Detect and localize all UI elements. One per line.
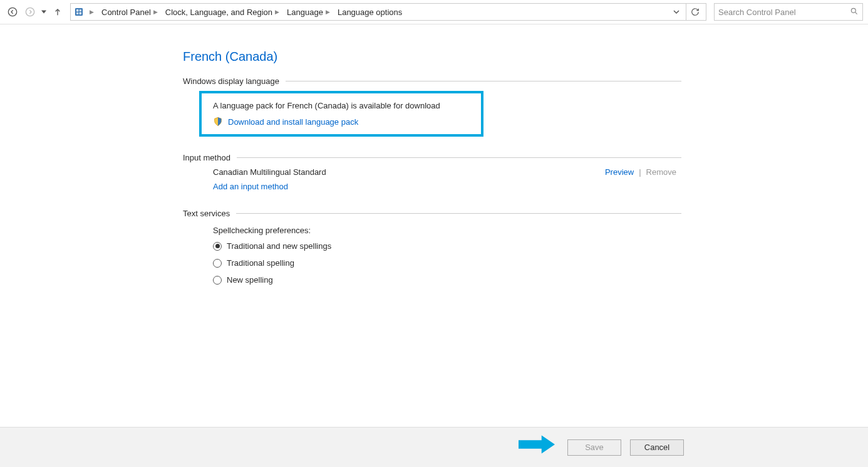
add-input-method-link[interactable]: Add an input method	[213, 182, 681, 191]
breadcrumb-control-panel[interactable]: Control Panel ▶	[99, 6, 160, 18]
annotation-arrow-icon	[519, 435, 555, 456]
save-button: Save	[567, 439, 621, 456]
forward-button	[23, 4, 38, 19]
uac-shield-icon	[213, 117, 223, 127]
refresh-button[interactable]	[686, 3, 703, 21]
breadcrumb-sep-root: ▶	[87, 8, 96, 16]
search-icon	[850, 7, 859, 18]
section-display-language: Windows display language	[183, 76, 681, 86]
svg-marker-2	[41, 11, 46, 14]
address-dropdown[interactable]	[669, 8, 683, 17]
radio-new[interactable]: New spelling	[213, 275, 681, 285]
input-method-row: Canadian Multilingual Standard Preview |…	[213, 167, 676, 177]
section-text-services: Text services	[183, 209, 681, 218]
up-button[interactable]	[50, 4, 65, 19]
address-bar[interactable]: ▶ Control Panel ▶ Clock, Language, and R…	[70, 3, 706, 21]
search-input[interactable]: Search Control Panel	[714, 3, 863, 21]
page-title: French (Canada)	[183, 50, 681, 64]
svg-rect-7	[76, 13, 78, 14]
svg-marker-11	[519, 436, 555, 454]
cancel-button[interactable]: Cancel	[630, 439, 684, 456]
main-content: French (Canada) Windows display language…	[0, 24, 681, 285]
svg-point-0	[8, 8, 16, 16]
svg-point-9	[851, 8, 855, 13]
language-pack-message: A language pack for French (Canada) is a…	[213, 101, 470, 110]
radio-label: Traditional and new spellings	[227, 241, 331, 251]
svg-rect-4	[75, 8, 83, 16]
control-panel-icon	[73, 6, 85, 18]
svg-point-1	[26, 8, 34, 16]
radio-icon	[213, 276, 222, 285]
search-placeholder: Search Control Panel	[718, 8, 850, 17]
radio-label: New spelling	[227, 275, 273, 285]
radio-icon	[213, 242, 222, 251]
breadcrumb-language-options[interactable]: Language options	[335, 6, 405, 18]
separator: |	[639, 167, 641, 177]
radio-icon	[213, 259, 222, 268]
breadcrumb-clock-language-region[interactable]: Clock, Language, and Region ▶	[163, 6, 282, 18]
radio-traditional[interactable]: Traditional spelling	[213, 258, 681, 268]
svg-rect-8	[80, 13, 81, 14]
radio-label: Traditional spelling	[227, 258, 294, 268]
recent-locations-dropdown[interactable]	[40, 9, 48, 14]
svg-rect-6	[80, 9, 81, 11]
breadcrumb-language[interactable]: Language ▶	[284, 6, 333, 18]
preview-link[interactable]: Preview	[605, 167, 634, 177]
remove-link: Remove	[646, 167, 676, 177]
language-pack-highlight: A language pack for French (Canada) is a…	[199, 91, 483, 137]
radio-traditional-and-new[interactable]: Traditional and new spellings	[213, 241, 681, 251]
section-input-method: Input method	[183, 153, 681, 162]
input-method-name: Canadian Multilingual Standard	[213, 167, 605, 177]
spellchecking-heading: Spellchecking preferences:	[213, 226, 681, 235]
back-button[interactable]	[5, 4, 20, 19]
explorer-navbar: ▶ Control Panel ▶ Clock, Language, and R…	[0, 0, 868, 24]
footer-bar: Save Cancel	[0, 427, 868, 467]
svg-rect-5	[76, 9, 78, 11]
svg-line-10	[855, 12, 857, 14]
download-language-pack-link[interactable]: Download and install language pack	[213, 117, 470, 127]
